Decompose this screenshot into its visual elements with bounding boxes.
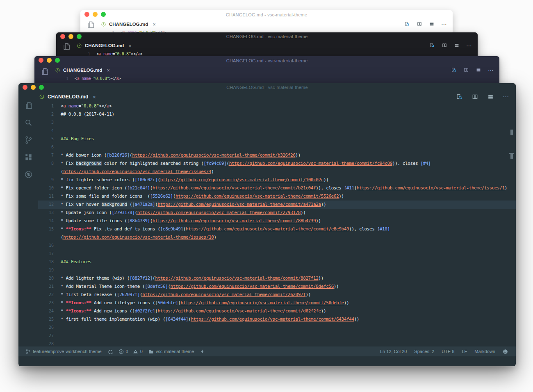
code-link[interactable]: [fc94c09] — [203, 161, 226, 166]
close-tab-icon[interactable]: × — [93, 94, 96, 100]
code-row[interactable]: (https://github.com/equinusocio/vsc-mate… — [38, 168, 516, 176]
more-actions-icon[interactable]: ⋯ — [466, 42, 472, 49]
minimize-window-button[interactable] — [93, 12, 98, 17]
code-link[interactable]: https://github.com/equinusocio/vsc-mater… — [153, 185, 316, 191]
search-icon[interactable] — [18, 114, 38, 131]
code-row[interactable]: 17 — [38, 250, 516, 258]
code-row[interactable]: 27 — [38, 332, 516, 340]
code-row[interactable]: 26 — [38, 324, 516, 332]
code-row[interactable]: 9* fix lighter scheme colors ([100c02c](… — [38, 176, 516, 184]
code-link[interactable]: [262097f] — [117, 292, 140, 297]
code-row[interactable]: 25* first full theme implementation (wip… — [38, 315, 516, 324]
more-actions-icon[interactable]: ⋯ — [441, 21, 447, 27]
code-link[interactable]: [d02f2fe] — [132, 308, 155, 314]
code-row[interactable]: 13* Update json icon ([2793178](https://… — [38, 209, 516, 217]
split-editor-icon[interactable] — [442, 43, 447, 48]
code-row[interactable]: 2## 0.0.8 (2017-04-11) — [38, 110, 516, 119]
code-row[interactable]: 16 — [38, 242, 516, 250]
close-tab-icon[interactable]: × — [153, 22, 156, 27]
titlebar[interactable]: CHANGELOG.md - vsc-material-theme — [80, 10, 453, 19]
code-link[interactable]: [5526e62] — [150, 194, 173, 199]
workspace-status[interactable]: vsc-material-theme — [146, 346, 197, 356]
code-link[interactable]: https://github.com/equinusocio/vsc-mater… — [357, 185, 505, 191]
code-row[interactable]: 5### Bug Fixes — [38, 135, 516, 143]
eol-sequence[interactable]: LF — [458, 349, 471, 354]
minimize-window-button[interactable] — [47, 58, 52, 63]
code-row[interactable]: 20* Add lighter theme (wip) ([8827f12](h… — [38, 274, 516, 283]
split-editor-icon[interactable] — [463, 67, 469, 73]
tab-changelog[interactable]: CHANGELOG.md × — [54, 65, 114, 75]
markdown-preview-icon[interactable] — [451, 67, 457, 73]
markdown-preview-icon[interactable] — [404, 21, 410, 27]
code-link[interactable]: https://github.com/equinusocio/vsc-mater… — [171, 284, 334, 289]
code-link[interactable]: https://github.com/equinusocio/vsc-mater… — [175, 194, 339, 199]
code-link[interactable]: [88b4739] — [127, 218, 150, 223]
zoom-window-button[interactable] — [39, 85, 44, 90]
explorer-icon[interactable] — [56, 41, 76, 52]
layout-icon[interactable] — [487, 93, 494, 100]
code-row[interactable]: 6 — [38, 143, 516, 151]
extensions-icon[interactable] — [18, 148, 38, 166]
code-row[interactable]: 19 — [38, 266, 516, 274]
tab-changelog[interactable]: CHANGELOG.md × — [76, 41, 136, 50]
split-editor-icon[interactable] — [417, 21, 422, 27]
code-link[interactable]: [50debfe] — [155, 300, 178, 305]
code-link[interactable]: https://github.com/equinusocio/vsc-mater… — [181, 300, 344, 305]
code-row[interactable]: 28 — [38, 340, 516, 346]
code-link[interactable]: https://github.com/equinusocio/vsc-mater… — [132, 153, 295, 158]
code-row[interactable]: 11* Fix some file and folder icons ([552… — [38, 192, 516, 201]
explorer-icon[interactable] — [34, 65, 54, 77]
close-window-button[interactable] — [60, 34, 65, 39]
code-row[interactable]: 14* Update some file icons ([88b4739](ht… — [38, 217, 516, 225]
titlebar[interactable]: CHANGELOG.md - vsc-material-theme — [34, 56, 499, 65]
close-tab-icon[interactable]: × — [128, 43, 132, 48]
zoom-window-button[interactable] — [101, 12, 106, 17]
code-link[interactable]: https://github.com/equinusocio/vsc-mater… — [63, 235, 214, 240]
code-link[interactable]: [100c02c] — [134, 177, 157, 182]
code-link[interactable]: https://github.com/equinusocio/vsc-mater… — [142, 292, 305, 297]
code-row[interactable]: 18### Features — [38, 258, 516, 266]
indentation[interactable]: Spaces: 2 — [410, 349, 438, 354]
code-row[interactable]: 1 <a name="0.0.8"></a> — [54, 75, 499, 82]
code-link[interactable]: [b21c04f] — [127, 185, 150, 191]
editor[interactable]: 1<a name="0.0.8"></a>2## 0.0.8 (2017-04-… — [38, 102, 516, 346]
code-link[interactable]: https://github.com/equinusocio/vsc-mater… — [137, 210, 301, 215]
close-window-button[interactable] — [84, 12, 89, 17]
code-row[interactable]: 4 — [38, 127, 516, 135]
code-link[interactable]: https://github.com/equinusocio/vsc-mater… — [186, 226, 349, 232]
code-row[interactable]: 24* **Icons:** Add new icons ([d02f2fe](… — [38, 307, 516, 315]
minimize-window-button[interactable] — [31, 85, 36, 90]
layout-icon[interactable] — [476, 67, 481, 73]
code-row[interactable]: 1<a name="0.0.8"></a> — [38, 102, 516, 110]
code-row[interactable]: 21* Add Material Theme icon-theme ([8def… — [38, 283, 516, 291]
close-window-button[interactable] — [23, 85, 27, 90]
code-row[interactable]: 12* Fix var hover background ([a471a2a](… — [38, 201, 516, 209]
code-link[interactable]: https://github.com/equinusocio/vsc-mater… — [153, 218, 316, 223]
split-editor-icon[interactable] — [472, 93, 478, 100]
close-window-button[interactable] — [39, 58, 43, 63]
code-link[interactable]: [#4] — [420, 161, 430, 166]
markdown-preview-icon[interactable] — [429, 43, 435, 48]
code-link[interactable]: [e8e9b49] — [160, 226, 183, 232]
zoom-window-button[interactable] — [77, 34, 82, 39]
code-row[interactable]: 3 — [38, 119, 516, 127]
code-link[interactable]: [#1] — [344, 185, 354, 191]
feedback-smiley[interactable] — [499, 349, 512, 354]
code-link[interactable]: https://github.com/equinusocio/vsc-mater… — [63, 169, 211, 174]
zap-status[interactable] — [197, 346, 208, 356]
code-link[interactable]: [8827f12] — [130, 276, 153, 281]
close-tab-icon[interactable]: × — [107, 68, 110, 73]
layout-icon[interactable] — [429, 21, 435, 27]
more-actions-icon[interactable]: ⋯ — [503, 93, 509, 100]
explorer-icon[interactable] — [80, 19, 100, 30]
code-link[interactable]: [8defc56] — [145, 284, 168, 289]
minimize-window-button[interactable] — [68, 34, 73, 39]
sync-status[interactable] — [105, 346, 116, 356]
tab-changelog[interactable]: CHANGELOG.md × — [100, 19, 160, 29]
code-row[interactable]: 10* Fix opened folder icon ([b21c04f](ht… — [38, 184, 516, 192]
code-link[interactable]: https://github.com/equinusocio/vsc-mater… — [158, 308, 321, 314]
zoom-window-button[interactable] — [55, 58, 60, 63]
titlebar[interactable]: CHANGELOG.md - vsc-material-theme — [18, 83, 516, 91]
markdown-preview-icon[interactable] — [456, 93, 463, 100]
problems-status[interactable]: 0 0 — [116, 346, 146, 356]
